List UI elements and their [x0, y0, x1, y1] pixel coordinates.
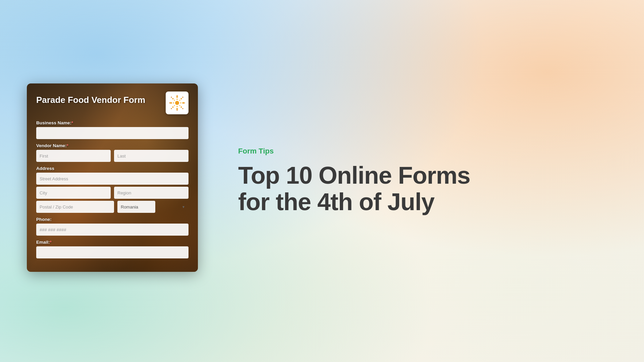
svg-point-9: [177, 95, 178, 96]
business-name-field: Business Name:*: [36, 120, 189, 139]
country-select-wrapper: Romania United States United Kingdom Fra…: [117, 201, 189, 213]
email-input[interactable]: [36, 246, 189, 258]
svg-point-8: [181, 107, 182, 108]
svg-point-14: [182, 97, 183, 98]
fireworks-logo: [168, 94, 186, 112]
svg-point-7: [172, 107, 174, 108]
vendor-last-name-input[interactable]: [114, 150, 189, 162]
form-header: Parade Food Vendor Form: [36, 92, 189, 114]
postal-country-row: Romania United States United Kingdom Fra…: [36, 201, 189, 213]
svg-point-11: [169, 103, 170, 104]
business-name-required: *: [71, 120, 73, 125]
svg-point-21: [174, 100, 175, 101]
category-label: Form Tips: [238, 147, 597, 156]
svg-point-17: [176, 99, 178, 100]
form-content: Parade Food Vendor Form: [27, 83, 198, 272]
city-input[interactable]: [36, 187, 111, 199]
svg-point-5: [172, 98, 174, 100]
svg-point-3: [170, 102, 172, 104]
vendor-name-row: [36, 150, 189, 162]
page-content: Parade Food Vendor Form: [0, 0, 644, 362]
form-card: Parade Food Vendor Form: [27, 83, 198, 272]
svg-point-18: [176, 106, 178, 107]
svg-point-13: [171, 97, 172, 98]
city-region-row: [36, 187, 189, 199]
svg-point-19: [173, 102, 174, 104]
address-label: Address: [36, 166, 189, 171]
address-inputs: Romania United States United Kingdom Fra…: [36, 173, 189, 213]
svg-point-16: [182, 108, 183, 109]
svg-point-6: [181, 98, 182, 100]
svg-point-24: [179, 105, 180, 106]
email-required: *: [50, 240, 52, 245]
svg-point-0: [175, 101, 179, 105]
phone-field: Phone:: [36, 217, 189, 236]
svg-point-12: [184, 103, 185, 104]
article-title: Top 10 Online Forms for the 4th of July: [238, 162, 597, 215]
email-label: Email:*: [36, 240, 189, 245]
region-input[interactable]: [114, 187, 189, 199]
country-select[interactable]: Romania United States United Kingdom Fra…: [117, 201, 155, 213]
svg-point-1: [176, 96, 178, 98]
vendor-name-label: Vendor Name:*: [36, 143, 189, 148]
svg-point-22: [179, 100, 180, 101]
business-name-input[interactable]: [36, 127, 189, 139]
article-title-line1: Top 10 Online Forms: [238, 162, 470, 189]
logo-box: [166, 92, 189, 114]
business-name-label: Business Name:*: [36, 120, 189, 125]
svg-point-4: [182, 102, 184, 104]
address-section: Address Romania United States Un: [36, 166, 189, 213]
svg-point-15: [171, 108, 172, 109]
email-field: Email:*: [36, 240, 189, 258]
svg-point-10: [177, 110, 178, 111]
phone-label: Phone:: [36, 217, 189, 222]
article-title-line2: for the 4th of July: [238, 188, 434, 215]
vendor-name-field: Vendor Name:*: [36, 143, 189, 162]
postal-input[interactable]: [36, 201, 114, 213]
street-address-input[interactable]: [36, 173, 189, 185]
svg-point-23: [174, 105, 175, 106]
svg-point-20: [180, 102, 181, 104]
vendor-first-name-input[interactable]: [36, 150, 111, 162]
phone-input[interactable]: [36, 224, 189, 236]
form-title: Parade Food Vendor Form: [36, 95, 160, 105]
vendor-name-required: *: [67, 143, 68, 148]
svg-point-2: [176, 108, 178, 110]
article-content: Form Tips Top 10 Online Forms for the 4t…: [225, 133, 617, 229]
